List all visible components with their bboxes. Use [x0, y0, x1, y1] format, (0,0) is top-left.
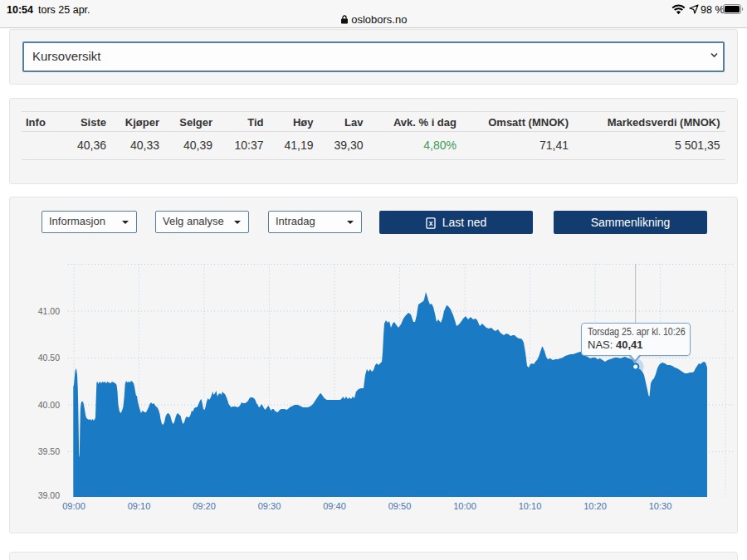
svg-text:x: x — [428, 219, 432, 227]
